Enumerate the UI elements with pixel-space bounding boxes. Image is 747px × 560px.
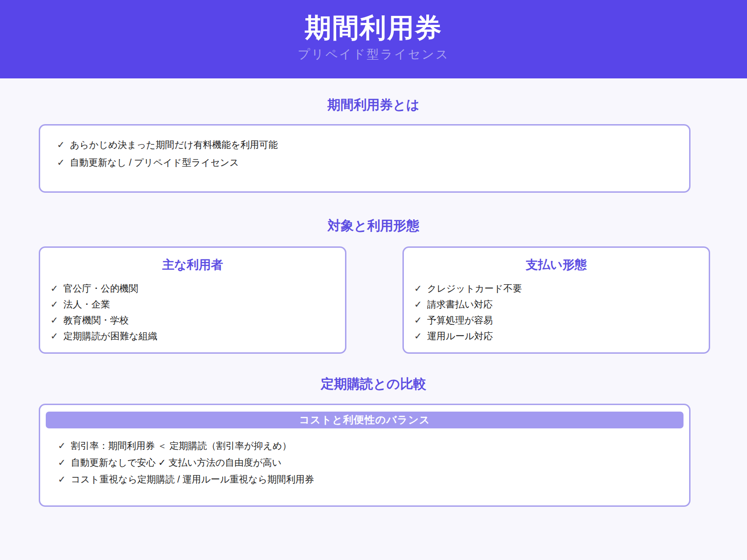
intro-item-text: あらかじめ決まった期間だけ有料機能を利用可能 [70, 138, 278, 152]
comparison-items: ✓ 割引率：期間利用券 ＜ 定期購読（割引率が抑えめ） ✓ 自動更新なしで安心 … [46, 428, 684, 486]
payment-card: 支払い形態 ✓ クレジットカード不要 ✓ 請求書払い対応 ✓ 予算処理が容易 ✓… [402, 246, 710, 354]
list-item: ✓ クレジットカード不要 [414, 281, 698, 295]
comparison-item-text: 割引率：期間利用券 ＜ 定期購読（割引率が抑えめ） [71, 439, 292, 453]
list-item: ✓ 請求書払い対応 [414, 297, 698, 311]
list-item: ✓ 予算処理が容易 [414, 313, 698, 327]
list-item: ✓ 教育機関・学校 [50, 313, 335, 327]
list-item: ✓ 割引率：期間利用券 ＜ 定期購読（割引率が抑えめ） [58, 439, 671, 453]
payment-card-title: 支払い形態 [414, 257, 698, 273]
page-title: 期間利用券 [305, 13, 443, 42]
list-item: ✓ コスト重視なら定期購読 / 運用ルール重視なら期間利用券 [58, 472, 671, 486]
users-item-text: 教育機関・学校 [63, 313, 129, 327]
check-icon: ✓ [414, 297, 422, 311]
comparison-banner: コストと利便性のバランス [46, 412, 684, 428]
section-heading-comparison: 定期購読との比較 [0, 376, 747, 392]
check-icon: ✓ [58, 472, 66, 486]
page-header: 期間利用券 プリペイド型ライセンス [0, 0, 747, 78]
intro-item-text: 自動更新なし / プリペイド型ライセンス [70, 155, 239, 169]
check-icon: ✓ [57, 155, 65, 169]
list-item: ✓ あらかじめ決まった期間だけ有料機能を利用可能 [57, 138, 672, 152]
check-icon: ✓ [50, 297, 58, 311]
content: 期間利用券とは ✓ あらかじめ決まった期間だけ有料機能を利用可能 ✓ 自動更新な… [0, 97, 747, 507]
comparison-item-text: 自動更新なしで安心 ✓ 支払い方法の自由度が高い [71, 455, 282, 469]
payment-item-text: 予算処理が容易 [427, 313, 493, 327]
check-icon: ✓ [58, 455, 66, 469]
list-item: ✓ 定期購読が困難な組織 [50, 329, 335, 343]
check-icon: ✓ [414, 281, 422, 295]
check-icon: ✓ [50, 329, 58, 343]
comparison-card: コストと利便性のバランス ✓ 割引率：期間利用券 ＜ 定期購読（割引率が抑えめ）… [39, 404, 691, 507]
page: 期間利用券 プリペイド型ライセンス 期間利用券とは ✓ あらかじめ決まった期間だ… [0, 0, 747, 507]
users-card-title: 主な利用者 [50, 257, 335, 273]
users-card: 主な利用者 ✓ 官公庁・公的機関 ✓ 法人・企業 ✓ 教育機関・学校 ✓ 定期購… [39, 246, 346, 354]
comparison-item-text: コスト重視なら定期購読 / 運用ルール重視なら期間利用券 [71, 472, 314, 486]
check-icon: ✓ [57, 138, 65, 152]
section-heading-audience: 対象と利用形態 [0, 218, 747, 234]
payment-item-text: 請求書払い対応 [427, 297, 493, 311]
list-item: ✓ 自動更新なしで安心 ✓ 支払い方法の自由度が高い [58, 455, 671, 469]
check-icon: ✓ [50, 281, 58, 295]
check-icon: ✓ [414, 313, 422, 327]
intro-card: ✓ あらかじめ決まった期間だけ有料機能を利用可能 ✓ 自動更新なし / プリペイ… [39, 124, 691, 193]
page-subtitle: プリペイド型ライセンス [297, 46, 449, 63]
list-item: ✓ 官公庁・公的機関 [50, 281, 335, 295]
check-icon: ✓ [414, 329, 422, 343]
users-item-text: 定期購読が困難な組織 [63, 329, 157, 343]
payment-item-text: 運用ルール対応 [427, 329, 493, 343]
list-item: ✓ 自動更新なし / プリペイド型ライセンス [57, 155, 672, 169]
users-item-text: 法人・企業 [63, 297, 110, 311]
users-item-text: 官公庁・公的機関 [63, 281, 138, 295]
payment-item-text: クレジットカード不要 [427, 281, 522, 295]
section-heading-intro: 期間利用券とは [0, 97, 747, 113]
list-item: ✓ 法人・企業 [50, 297, 335, 311]
check-icon: ✓ [50, 313, 58, 327]
list-item: ✓ 運用ルール対応 [414, 329, 698, 343]
check-icon: ✓ [58, 439, 66, 453]
audience-row: 主な利用者 ✓ 官公庁・公的機関 ✓ 法人・企業 ✓ 教育機関・学校 ✓ 定期購… [39, 246, 710, 354]
